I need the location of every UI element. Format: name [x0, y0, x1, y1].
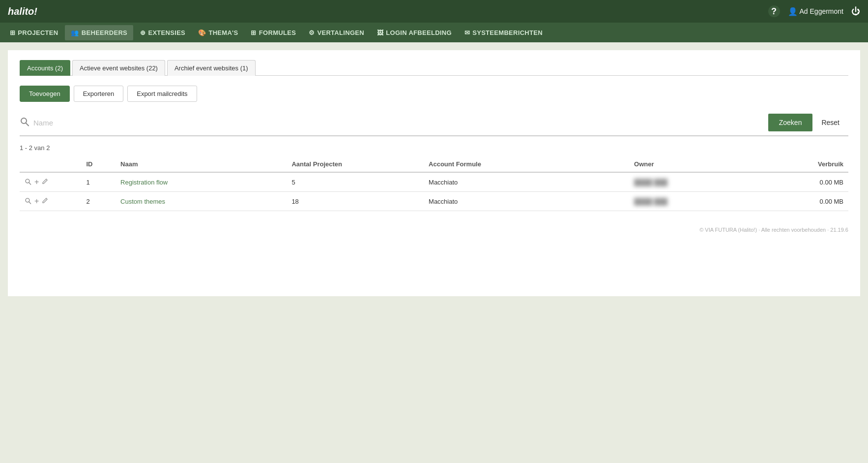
subnav-item-vertalingen[interactable]: ⚙ VERTALINGEN	[303, 25, 370, 40]
username: Ad Eggermont	[800, 7, 844, 15]
subnav: ⊞ PROJECTEN 👥 BEHEERDERS ⊕ EXTENSIES 🎨 T…	[0, 23, 868, 42]
subnav-item-extensies[interactable]: ⊕ EXTENSIES	[134, 25, 191, 40]
user-icon: 👤	[788, 7, 798, 16]
tab-accounts[interactable]: Accounts (2)	[20, 60, 70, 76]
row-formule-1: Macchiato	[424, 172, 629, 192]
row-id-1: 1	[81, 172, 116, 192]
row-formule-2: Macchiato	[424, 192, 629, 211]
row-projecten-2: 18	[287, 192, 424, 211]
themas-icon: 🎨	[198, 29, 206, 36]
add-button[interactable]: Toevoegen	[20, 86, 70, 102]
search-icon	[20, 117, 29, 129]
row-edit-icon-1[interactable]	[42, 178, 48, 186]
export-mailcredits-button[interactable]: Export mailcredits	[127, 86, 197, 102]
row-search-icon-2[interactable]	[25, 197, 31, 206]
row-edit-icon-2[interactable]	[42, 197, 48, 205]
login-afbeelding-icon: 🖼	[377, 29, 383, 36]
navbar: halito! ? 👤 Ad Eggermont ⏻	[0, 0, 868, 23]
help-icon[interactable]: ?	[768, 5, 780, 17]
main-content: Accounts (2) Actieve event websites (22)…	[8, 50, 860, 296]
subnav-item-formules[interactable]: ⊞ FORMULES	[245, 25, 302, 40]
col-header-naam: Naam	[116, 156, 287, 172]
col-header-projecten: Aantal Projecten	[287, 156, 424, 172]
extensies-icon: ⊕	[140, 29, 145, 36]
svg-line-3	[29, 183, 31, 185]
row-naam-link-1[interactable]: Registration flow	[120, 179, 168, 186]
vertalingen-icon: ⚙	[309, 29, 315, 36]
action-bar: Toevoegen Exporteren Export mailcredits	[20, 86, 848, 102]
search-row: Zoeken Reset	[20, 114, 848, 136]
page-footer: © VIA FUTURA (Halito!) · Alle rechten vo…	[20, 223, 848, 233]
row-verbruik-1: 0.00 MB	[766, 172, 848, 192]
tab-archief-event-websites[interactable]: Archief event websites (1)	[167, 60, 256, 76]
subnav-item-login-afbeelding[interactable]: 🖼 LOGIN AFBEELDING	[371, 25, 458, 40]
svg-line-1	[26, 123, 29, 126]
subnav-item-themas[interactable]: 🎨 THEMA'S	[192, 25, 244, 40]
row-add-icon-2[interactable]: +	[34, 197, 39, 206]
row-naam-link-2[interactable]: Custom themes	[120, 198, 165, 205]
accounts-table: ID Naam Aantal Projecten Account Formule…	[20, 156, 848, 211]
reset-button[interactable]: Reset	[812, 114, 848, 131]
table-row: + 2 Custom themes 18 Macchiato ████	[20, 192, 848, 211]
row-search-icon-1[interactable]	[25, 178, 31, 186]
col-header-id: ID	[81, 156, 116, 172]
subnav-item-projecten[interactable]: ⊞ PROJECTEN	[4, 25, 64, 40]
col-header-formule: Account Formule	[424, 156, 629, 172]
row-actions-2: +	[25, 197, 76, 206]
tabs: Accounts (2) Actieve event websites (22)…	[20, 60, 848, 76]
navbar-right: ? 👤 Ad Eggermont ⏻	[768, 5, 861, 17]
row-owner-2: ████ ███	[634, 198, 667, 205]
beheerders-icon: 👥	[71, 29, 79, 36]
tab-actieve-event-websites[interactable]: Actieve event websites (22)	[72, 60, 165, 76]
brand-logo: halito!	[8, 6, 37, 17]
col-header-actions	[20, 156, 81, 172]
search-input[interactable]	[33, 119, 768, 127]
row-projecten-1: 5	[287, 172, 424, 192]
row-add-icon-1[interactable]: +	[34, 178, 39, 186]
col-header-owner: Owner	[629, 156, 766, 172]
formules-icon: ⊞	[251, 29, 256, 36]
logout-icon[interactable]: ⏻	[851, 6, 860, 17]
user-menu[interactable]: 👤 Ad Eggermont	[788, 7, 844, 16]
zoeken-button[interactable]: Zoeken	[768, 114, 813, 131]
table-row: + 1 Registration flow 5 Macchiato ██	[20, 172, 848, 192]
svg-line-5	[29, 202, 31, 204]
subnav-item-beheerders[interactable]: 👥 BEHEERDERS	[65, 25, 133, 40]
results-count: 1 - 2 van 2	[20, 144, 848, 152]
row-id-2: 2	[81, 192, 116, 211]
subnav-item-systeemberichten[interactable]: ✉ SYSTEEMBERICHTEN	[459, 25, 549, 40]
projecten-icon: ⊞	[10, 29, 15, 36]
export-button[interactable]: Exporteren	[74, 86, 124, 102]
row-owner-1: ████ ███	[634, 179, 667, 186]
col-header-verbruik: Verbruik	[766, 156, 848, 172]
row-verbruik-2: 0.00 MB	[766, 192, 848, 211]
row-actions-1: +	[25, 178, 76, 186]
systeemberichten-icon: ✉	[464, 29, 470, 36]
